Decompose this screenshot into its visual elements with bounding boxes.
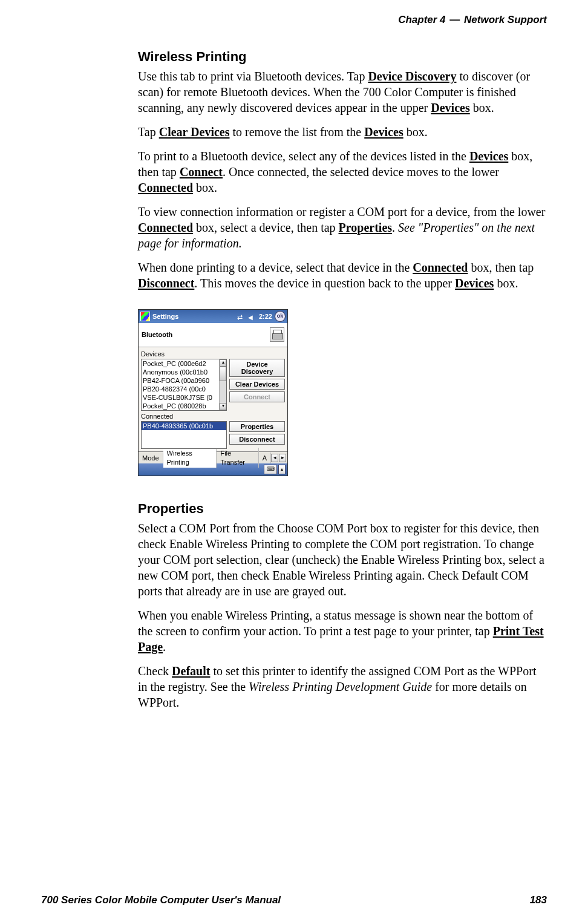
bold-default: Default (172, 664, 210, 678)
bold-disconnect: Disconnect (138, 276, 194, 290)
list-item[interactable]: VSE-CUSLB0KJ7SE (0 (143, 393, 225, 402)
devices-scrollbar[interactable]: ▴ ▾ (219, 359, 226, 410)
scroll-thumb[interactable] (220, 367, 226, 381)
italic-dev-guide: Wireless Printing Development Guide (249, 680, 432, 693)
text: . Once connected, the selected device mo… (223, 165, 499, 178)
bold-connected: Connected (413, 261, 468, 274)
clear-devices-button[interactable]: Clear Devices (229, 379, 285, 390)
scroll-down-icon[interactable]: ▾ (220, 403, 226, 410)
connectivity-icon[interactable] (237, 313, 246, 320)
paragraph-2: Tap Clear Devices to remove the list fro… (138, 124, 547, 140)
tab-file-transfer[interactable]: File Transfer (217, 448, 258, 468)
heading-properties: Properties (138, 500, 547, 518)
page-header: Chapter 4 — Network Support (138, 13, 547, 27)
chapter-label: Chapter (398, 14, 437, 25)
bold-clear-devices: Clear Devices (159, 125, 230, 139)
disconnect-button[interactable]: Disconnect (229, 434, 285, 445)
header-separator: — (449, 14, 460, 25)
text: box. (470, 101, 494, 114)
screenshot-figure: Settings 2:22 ok Bluetooth Devices Pocke… (138, 309, 547, 477)
text: . (392, 221, 398, 234)
bold-devices: Devices (455, 276, 494, 290)
clock-time: 2:22 (259, 312, 272, 321)
page-footer: 700 Series Color Mobile Computer User's … (41, 894, 547, 907)
tab-scroll-right-icon[interactable]: ▸ (279, 454, 286, 462)
tab-wireless-printing[interactable]: Wireless Printing (163, 447, 217, 468)
text: box. (494, 276, 518, 290)
text: . This moves the device in question back… (194, 276, 455, 290)
list-item[interactable]: PB42-FOCA (00a0960 (143, 376, 225, 385)
paragraph-3: To print to a Bluetooth device, select a… (138, 148, 547, 195)
device-window: Settings 2:22 ok Bluetooth Devices Pocke… (138, 309, 288, 477)
device-discovery-button[interactable]: Device Discovery (229, 359, 285, 377)
list-item[interactable]: PB20-4862374 (00c0 (143, 385, 225, 393)
tab-strip: Mode Wireless Printing File Transfer A ◂… (139, 451, 287, 463)
text: to remove the list from the (230, 125, 365, 139)
properties-button[interactable]: Properties (229, 421, 285, 432)
ok-button[interactable]: ok (275, 311, 286, 322)
button-label: Discovery (230, 368, 284, 375)
text: Use this tab to print via Bluetooth devi… (138, 70, 368, 83)
bold-device-discovery: Device Discovery (368, 70, 456, 83)
text: To print to a Bluetooth device, select a… (138, 149, 469, 163)
text: Check (138, 664, 172, 678)
chapter-number: 4 (440, 14, 445, 25)
list-item[interactable]: Anonymous (00c01b0 (143, 368, 225, 376)
text: When done printing to a device, select t… (138, 261, 413, 274)
window-title: Settings (152, 312, 178, 321)
bold-connected: Connected (138, 181, 193, 194)
paragraph-5: When done printing to a device, select t… (138, 260, 547, 291)
tab-partial[interactable]: A (259, 453, 271, 463)
text: . (163, 640, 166, 653)
window-titlebar: Settings 2:22 ok (139, 310, 287, 323)
footer-page-number: 183 (530, 894, 547, 907)
scroll-up-icon[interactable]: ▴ (220, 359, 226, 367)
properties-paragraph-3: Check Default to set this printer to ide… (138, 663, 547, 710)
bold-devices: Devices (431, 101, 469, 114)
devices-listbox[interactable]: Pocket_PC (000e6d2 Anonymous (00c01b0 PB… (141, 359, 227, 411)
bold-properties: Properties (339, 221, 393, 234)
volume-icon[interactable] (248, 313, 256, 320)
label-connected: Connected (141, 412, 285, 420)
bold-connected: Connected (138, 221, 193, 234)
bold-connect: Connect (180, 165, 223, 178)
heading-wireless-printing: Wireless Printing (138, 48, 547, 66)
panel-subheader: Bluetooth (139, 323, 287, 347)
tab-mode[interactable]: Mode (139, 453, 163, 463)
paragraph-1: Use this tab to print via Bluetooth devi… (138, 68, 547, 116)
tab-scroll-left-icon[interactable]: ◂ (271, 454, 278, 462)
label-devices: Devices (141, 350, 285, 358)
panel-body: Devices Pocket_PC (000e6d2 Anonymous (00… (139, 347, 287, 452)
subheader-title: Bluetooth (142, 330, 172, 339)
properties-paragraph-1: Select a COM Port from the Choose COM Po… (138, 520, 547, 599)
chapter-title: Network Support (464, 14, 547, 25)
footer-manual-title: 700 Series Color Mobile Computer User's … (41, 894, 281, 907)
list-item[interactable]: Pocket_PC (000e6d2 (143, 359, 225, 368)
list-item-selected[interactable]: PB40-4893365 (00c01b (142, 422, 226, 430)
windows-start-icon[interactable] (140, 312, 150, 321)
paragraph-4: To view connection information or regist… (138, 204, 547, 251)
bold-devices: Devices (469, 149, 508, 163)
bold-devices: Devices (364, 125, 403, 139)
text: box, then tap (468, 261, 534, 274)
printer-icon[interactable] (270, 327, 284, 342)
list-item[interactable]: Pocket_PC (080028b (143, 402, 225, 410)
text: box. (193, 181, 217, 194)
text: When you enable Wireless Printing, a sta… (138, 609, 533, 638)
text: To view connection information or regist… (138, 205, 545, 218)
button-label: Device (230, 361, 284, 368)
text: box, select a device, then tap (193, 221, 338, 234)
sip-up-icon[interactable]: ▴ (278, 465, 286, 474)
keyboard-icon[interactable]: ⌨ (264, 465, 277, 474)
text: Tap (138, 125, 159, 139)
connected-listbox[interactable]: PB40-4893365 (00c01b (141, 421, 227, 449)
connect-button[interactable]: Connect (229, 391, 285, 402)
text: box. (403, 125, 428, 139)
properties-paragraph-2: When you enable Wireless Printing, a sta… (138, 607, 547, 655)
